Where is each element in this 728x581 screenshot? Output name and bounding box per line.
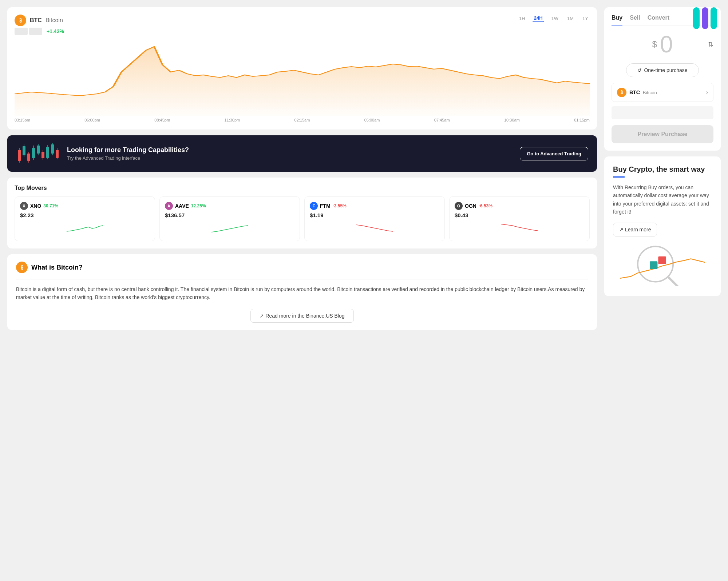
chart-label-1: 03:15pm [15,118,30,122]
top-logo [693,7,717,29]
smart-buy-card: Buy Crypto, the smart way With Recurring… [604,156,721,296]
time-1m[interactable]: 1M [566,15,575,22]
mover-xno-header: X XNO 30.71% [20,202,150,210]
mover-aave[interactable]: A AAVE 12.25% $136.57 [159,196,300,241]
learn-more-button[interactable]: ↗ Learn more [613,223,657,236]
smart-buy-title: Buy Crypto, the smart way [613,165,712,174]
svg-rect-20 [658,256,666,264]
mover-ftm[interactable]: F FTM -3.55% $1.19 [304,196,445,241]
mover-ogn-header: O OGN -6.53% [455,202,584,210]
logo-bar-2 [702,7,708,29]
purchase-type-label: One-time purchase [644,67,687,73]
time-1h[interactable]: 1H [518,15,527,22]
mover-aave-ticker: AAVE [175,203,189,209]
price-box-2 [29,28,42,35]
advanced-trading-button[interactable]: Go to Advanced Trading [520,147,588,160]
bitcoin-info-card: ₿ What is Bitcoin? Bitcoin is a digital … [7,254,597,330]
price-row: +1.42% [15,28,64,35]
payment-method-placeholder [612,106,713,119]
swap-icon[interactable]: ⇅ [708,40,713,48]
banner-title: Looking for more Trading Capabilities? [67,146,513,154]
mover-aave-header: A AAVE 12.25% [165,202,294,210]
asset-ticker: BTC [629,89,640,95]
time-selector: 1H 24H 1W 1M 1Y [518,15,590,22]
amount-value: 0 [660,33,673,56]
tab-buy[interactable]: Buy [612,15,622,25]
asset-left: ₿ BTC Bitcoin [617,88,657,97]
asset-name: Bitcoin [643,90,657,95]
tab-convert[interactable]: Convert [648,15,669,25]
chart-card: ₿ BTC Bitcoin +1.42% 1H 24H 1W 1M 1Y [7,7,597,130]
purchase-type-button[interactable]: ↺ One-time purchase [626,63,699,77]
chart-label-3: 08:45pm [154,118,170,122]
mover-ogn-price: $0.43 [455,212,584,218]
chart-header: ₿ BTC Bitcoin [15,15,64,26]
mover-ftm-sparkline [310,221,439,234]
mover-aave-price: $136.57 [165,212,294,218]
mover-ftm-pct: -3.55% [333,203,347,208]
preview-purchase-button[interactable]: Preview Purchase [612,125,713,143]
bitcoin-info-title: What is Bitcoin? [31,264,83,271]
amount-display: $ 0 ⇅ [612,33,713,56]
mover-xno[interactable]: X XNO 30.71% $2.23 [15,196,155,241]
time-1y[interactable]: 1Y [581,15,590,22]
price-box-1 [15,28,28,35]
coin-name: Bitcoin [46,17,63,24]
btc-icon: ₿ [15,15,26,26]
mover-ogn[interactable]: O OGN -6.53% $0.43 [449,196,590,241]
price-chart [15,36,590,116]
tab-sell[interactable]: Sell [630,15,640,25]
mover-ftm-header: F FTM -3.55% [310,202,439,210]
svg-rect-21 [650,261,657,269]
mover-xno-pct: 30.71% [43,203,58,208]
time-24h[interactable]: 24H [533,15,544,22]
asset-btc-icon: ₿ [617,88,626,97]
chart-labels: 03:15pm 06:00pm 08:45pm 11:30pm 02:15am … [15,118,590,122]
movers-grid: X XNO 30.71% $2.23 A AAVE 12.25% $136.57 [15,196,590,241]
chart-label-2: 06:00pm [84,118,100,122]
bitcoin-info-icon: ₿ [16,262,28,273]
chart-label-9: 01:15pm [574,118,590,122]
mover-ftm-price: $1.19 [310,212,439,218]
chart-area [15,36,590,116]
chevron-right-icon: › [706,89,708,96]
mover-xno-price: $2.23 [20,212,150,218]
chart-label-8: 10:30am [504,118,520,122]
chart-label-5: 02:15am [294,118,310,122]
price-change: +1.42% [47,28,64,34]
smart-buy-chart [613,242,712,286]
mover-xno-icon: X [20,202,28,210]
left-panel: ₿ BTC Bitcoin +1.42% 1H 24H 1W 1M 1Y [7,7,597,574]
read-more-button[interactable]: ↗ Read more in the Binance.US Blog [250,309,353,323]
mover-aave-sparkline [165,221,294,234]
banner-subtitle: Try the Advanced Trading interface [67,155,513,161]
logo-bar-1 [693,7,700,29]
bitcoin-divider [16,279,588,279]
dollar-sign: $ [652,39,657,49]
smart-buy-divider [613,176,625,178]
mover-ogn-sparkline [455,221,584,234]
banner-mini-chart [16,143,60,164]
advanced-trading-banner: Looking for more Trading Capabilities? T… [7,135,597,172]
mover-ftm-icon: F [310,202,318,210]
price-boxes [15,28,42,35]
mover-ftm-ticker: FTM [320,203,331,209]
time-1w[interactable]: 1W [550,15,560,22]
svg-line-19 [669,277,678,286]
rotate-icon: ↺ [637,67,642,73]
bitcoin-info-header: ₿ What is Bitcoin? [16,262,588,273]
mover-aave-pct: 12.25% [191,203,206,208]
asset-selector[interactable]: ₿ BTC Bitcoin › [612,83,713,102]
top-movers-card: Top Movers X XNO 30.71% $2.23 A AAVE [7,178,597,248]
mover-ogn-ticker: OGN [465,203,476,209]
chart-label-7: 07:45am [434,118,450,122]
mover-xno-sparkline [20,221,150,234]
smart-buy-text: With Recurring Buy orders, you can autom… [613,183,712,216]
mover-ogn-icon: O [455,202,463,210]
mover-xno-ticker: XNO [30,203,41,209]
chart-label-4: 11:30pm [224,118,240,122]
logo-bar-3 [711,7,717,29]
banner-text: Looking for more Trading Capabilities? T… [67,146,513,161]
bitcoin-info-text: Bitcoin is a digital form of cash, but t… [16,285,588,302]
mover-aave-icon: A [165,202,173,210]
